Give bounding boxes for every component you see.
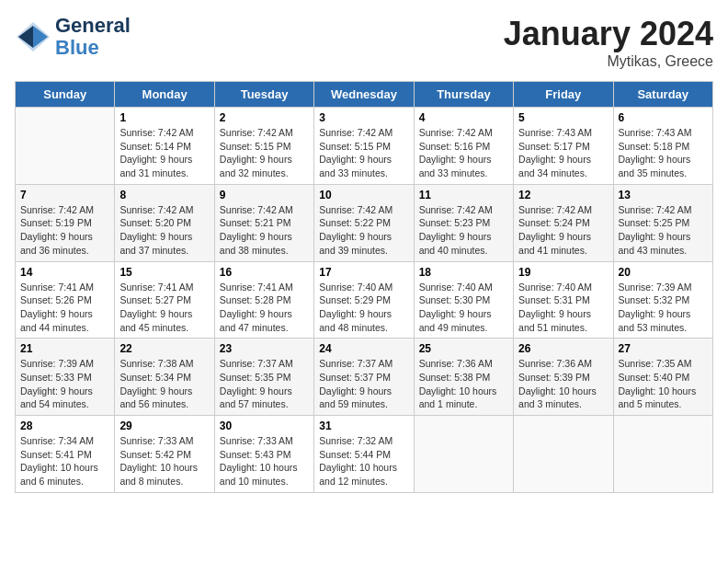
day-info: Sunrise: 7:32 AM Sunset: 5:44 PM Dayligh… (319, 434, 408, 488)
day-info: Sunrise: 7:42 AM Sunset: 5:25 PM Dayligh… (619, 203, 708, 258)
day-info: Sunrise: 7:39 AM Sunset: 5:32 PM Dayligh… (619, 281, 708, 335)
day-number: 31 (319, 419, 408, 432)
calendar-cell: 3Sunrise: 7:42 AM Sunset: 5:15 PM Daylig… (314, 108, 414, 185)
day-info: Sunrise: 7:42 AM Sunset: 5:15 PM Dayligh… (220, 126, 309, 180)
calendar-cell: 9Sunrise: 7:42 AM Sunset: 5:21 PM Daylig… (214, 184, 313, 261)
calendar-cell (414, 416, 513, 493)
calendar-cell: 28Sunrise: 7:34 AM Sunset: 5:41 PM Dayli… (16, 416, 115, 493)
calendar-cell: 6Sunrise: 7:43 AM Sunset: 5:18 PM Daylig… (613, 108, 712, 185)
calendar-title: January 2024 (504, 15, 713, 53)
week-row-1: 1Sunrise: 7:42 AM Sunset: 5:14 PM Daylig… (16, 108, 713, 185)
day-number: 17 (319, 266, 408, 279)
day-info: Sunrise: 7:41 AM Sunset: 5:27 PM Dayligh… (119, 281, 209, 335)
calendar-cell: 18Sunrise: 7:40 AM Sunset: 5:30 PM Dayli… (414, 261, 513, 339)
calendar-cell: 20Sunrise: 7:39 AM Sunset: 5:32 PM Dayli… (613, 261, 712, 339)
day-info: Sunrise: 7:34 AM Sunset: 5:41 PM Dayligh… (20, 434, 109, 488)
calendar-cell: 11Sunrise: 7:42 AM Sunset: 5:23 PM Dayli… (414, 184, 513, 261)
calendar-table: SundayMondayTuesdayWednesdayThursdayFrid… (15, 81, 713, 493)
calendar-cell: 19Sunrise: 7:40 AM Sunset: 5:31 PM Dayli… (514, 261, 613, 339)
calendar-cell: 22Sunrise: 7:38 AM Sunset: 5:34 PM Dayli… (115, 339, 214, 416)
day-number: 21 (20, 342, 109, 355)
week-row-3: 14Sunrise: 7:41 AM Sunset: 5:26 PM Dayli… (16, 261, 713, 339)
page-header: GeneralBlue January 2024 Mytikas, Greece (15, 15, 713, 70)
calendar-cell: 10Sunrise: 7:42 AM Sunset: 5:22 PM Dayli… (314, 184, 414, 261)
day-number: 20 (619, 266, 708, 279)
calendar-cell: 2Sunrise: 7:42 AM Sunset: 5:15 PM Daylig… (214, 108, 313, 185)
calendar-cell: 23Sunrise: 7:37 AM Sunset: 5:35 PM Dayli… (214, 339, 313, 416)
day-info: Sunrise: 7:42 AM Sunset: 5:19 PM Dayligh… (20, 203, 109, 258)
day-info: Sunrise: 7:42 AM Sunset: 5:20 PM Dayligh… (119, 203, 209, 258)
day-number: 16 (220, 266, 309, 279)
day-info: Sunrise: 7:43 AM Sunset: 5:17 PM Dayligh… (518, 126, 608, 180)
calendar-cell (613, 416, 712, 493)
day-info: Sunrise: 7:35 AM Sunset: 5:40 PM Dayligh… (619, 357, 708, 411)
day-number: 27 (619, 342, 708, 355)
day-number: 1 (119, 111, 209, 124)
day-header-tuesday: Tuesday (214, 82, 313, 108)
calendar-cell: 8Sunrise: 7:42 AM Sunset: 5:20 PM Daylig… (115, 184, 214, 261)
day-info: Sunrise: 7:41 AM Sunset: 5:28 PM Dayligh… (220, 281, 309, 335)
day-info: Sunrise: 7:42 AM Sunset: 5:14 PM Dayligh… (119, 126, 209, 180)
week-row-5: 28Sunrise: 7:34 AM Sunset: 5:41 PM Dayli… (16, 416, 713, 493)
day-number: 9 (220, 189, 309, 201)
day-header-thursday: Thursday (414, 82, 513, 108)
calendar-cell: 26Sunrise: 7:36 AM Sunset: 5:39 PM Dayli… (514, 339, 613, 416)
day-info: Sunrise: 7:38 AM Sunset: 5:34 PM Dayligh… (119, 357, 209, 411)
day-number: 2 (220, 111, 309, 124)
logo: GeneralBlue (15, 15, 131, 59)
day-info: Sunrise: 7:37 AM Sunset: 5:35 PM Dayligh… (220, 357, 309, 411)
day-number: 25 (419, 342, 508, 355)
day-number: 13 (619, 189, 708, 201)
logo-text: GeneralBlue (55, 15, 131, 59)
day-info: Sunrise: 7:42 AM Sunset: 5:23 PM Dayligh… (419, 203, 508, 258)
day-header-sunday: Sunday (16, 82, 115, 108)
day-info: Sunrise: 7:40 AM Sunset: 5:29 PM Dayligh… (319, 281, 408, 335)
day-number: 23 (220, 342, 309, 355)
day-number: 14 (20, 266, 109, 279)
calendar-cell: 12Sunrise: 7:42 AM Sunset: 5:24 PM Dayli… (514, 184, 613, 261)
day-info: Sunrise: 7:33 AM Sunset: 5:43 PM Dayligh… (220, 434, 309, 488)
calendar-subtitle: Mytikas, Greece (504, 53, 713, 70)
day-number: 26 (518, 342, 608, 355)
day-info: Sunrise: 7:39 AM Sunset: 5:33 PM Dayligh… (20, 357, 109, 411)
calendar-cell: 17Sunrise: 7:40 AM Sunset: 5:29 PM Dayli… (314, 261, 414, 339)
logo-icon (15, 20, 51, 53)
day-header-saturday: Saturday (613, 82, 712, 108)
day-header-monday: Monday (115, 82, 214, 108)
day-info: Sunrise: 7:37 AM Sunset: 5:37 PM Dayligh… (319, 357, 408, 411)
day-number: 3 (319, 111, 408, 124)
week-row-4: 21Sunrise: 7:39 AM Sunset: 5:33 PM Dayli… (16, 339, 713, 416)
calendar-cell: 27Sunrise: 7:35 AM Sunset: 5:40 PM Dayli… (613, 339, 712, 416)
day-info: Sunrise: 7:42 AM Sunset: 5:16 PM Dayligh… (419, 126, 508, 180)
calendar-cell: 21Sunrise: 7:39 AM Sunset: 5:33 PM Dayli… (16, 339, 115, 416)
calendar-cell: 5Sunrise: 7:43 AM Sunset: 5:17 PM Daylig… (514, 108, 613, 185)
day-info: Sunrise: 7:40 AM Sunset: 5:31 PM Dayligh… (518, 281, 608, 335)
calendar-cell: 7Sunrise: 7:42 AM Sunset: 5:19 PM Daylig… (16, 184, 115, 261)
day-number: 11 (419, 189, 508, 201)
day-info: Sunrise: 7:42 AM Sunset: 5:15 PM Dayligh… (319, 126, 408, 180)
day-info: Sunrise: 7:33 AM Sunset: 5:42 PM Dayligh… (119, 434, 209, 488)
calendar-cell: 1Sunrise: 7:42 AM Sunset: 5:14 PM Daylig… (115, 108, 214, 185)
calendar-cell: 15Sunrise: 7:41 AM Sunset: 5:27 PM Dayli… (115, 261, 214, 339)
day-number: 15 (119, 266, 209, 279)
calendar-cell (16, 108, 115, 185)
day-info: Sunrise: 7:42 AM Sunset: 5:24 PM Dayligh… (518, 203, 608, 258)
day-number: 18 (419, 266, 508, 279)
day-info: Sunrise: 7:42 AM Sunset: 5:22 PM Dayligh… (319, 203, 408, 258)
days-header-row: SundayMondayTuesdayWednesdayThursdayFrid… (16, 82, 713, 108)
week-row-2: 7Sunrise: 7:42 AM Sunset: 5:19 PM Daylig… (16, 184, 713, 261)
calendar-cell (514, 416, 613, 493)
day-number: 8 (119, 189, 209, 201)
day-info: Sunrise: 7:43 AM Sunset: 5:18 PM Dayligh… (619, 126, 708, 180)
day-number: 4 (419, 111, 508, 124)
day-number: 7 (20, 189, 109, 201)
calendar-cell: 4Sunrise: 7:42 AM Sunset: 5:16 PM Daylig… (414, 108, 513, 185)
day-header-wednesday: Wednesday (314, 82, 414, 108)
day-number: 22 (119, 342, 209, 355)
day-info: Sunrise: 7:42 AM Sunset: 5:21 PM Dayligh… (220, 203, 309, 258)
day-number: 24 (319, 342, 408, 355)
day-number: 6 (619, 111, 708, 124)
day-info: Sunrise: 7:40 AM Sunset: 5:30 PM Dayligh… (419, 281, 508, 335)
day-number: 10 (319, 189, 408, 201)
day-info: Sunrise: 7:36 AM Sunset: 5:39 PM Dayligh… (518, 357, 608, 411)
